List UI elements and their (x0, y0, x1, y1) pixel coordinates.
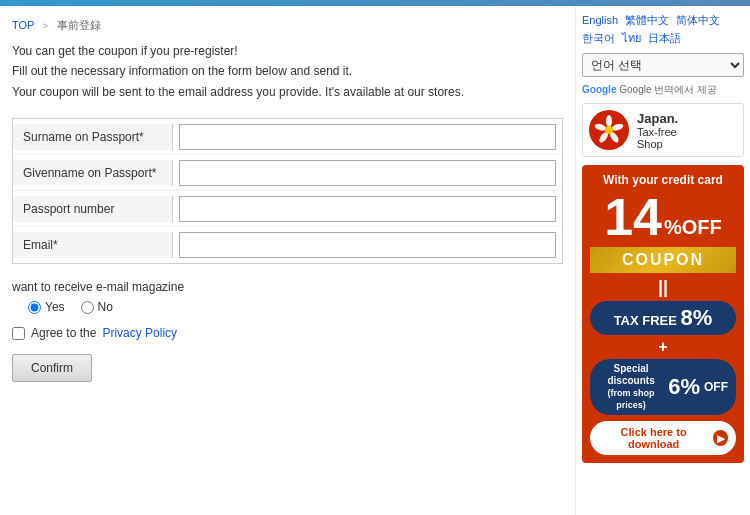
radio-no-label: No (98, 300, 113, 314)
lang-thai[interactable]: ไทย (622, 32, 641, 44)
radio-no[interactable] (81, 301, 94, 314)
radio-yes-option[interactable]: Yes (28, 300, 65, 314)
email-input-cell (173, 228, 562, 262)
passport-label: Passport number (13, 196, 173, 222)
description: You can get the coupon if you pre-regist… (12, 41, 563, 102)
privacy-policy-link[interactable]: Privacy Policy (102, 326, 177, 340)
coupon-ribbon: COUPON (590, 247, 736, 273)
percent-off: %OFF (664, 217, 722, 237)
lang-row1: English 繁體中文 简体中文 (582, 12, 744, 30)
privacy-row: Agree to the Privacy Policy (12, 326, 563, 340)
passport-input[interactable] (179, 196, 556, 222)
lang-simplified-chinese[interactable]: 简体中文 (676, 14, 720, 26)
radio-group: Yes No (28, 300, 563, 314)
japan-logo-text: Japan. Tax-free Shop (637, 111, 678, 150)
language-links: English 繁體中文 简体中文 한국어 ไทย 日本語 (582, 12, 744, 47)
special-off: OFF (704, 380, 728, 394)
tax-free-row: TAX FREE 8% (590, 301, 736, 335)
form-row-givenname: Givenname on Passport* (13, 155, 562, 191)
credit-card-banner: With your credit card 14 %OFF COUPON || … (582, 165, 744, 463)
google-text: Google (582, 84, 616, 95)
special-label: Special discounts(from shop prices) (598, 363, 664, 411)
lang-japanese[interactable]: 日本語 (648, 32, 681, 44)
click-download-label: Click here to download (598, 426, 709, 450)
passport-input-cell (173, 192, 562, 226)
tax-free-label: TAX FREE (614, 313, 677, 328)
lang-korean[interactable]: 한국어 (582, 32, 615, 44)
email-label: Email* (13, 232, 173, 258)
radio-no-option[interactable]: No (81, 300, 113, 314)
description-line1: You can get the coupon if you pre-regist… (12, 41, 563, 61)
description-line2: Fill out the necessary information on th… (12, 61, 563, 81)
double-bar: || (590, 277, 736, 298)
big-off-display: 14 %OFF (590, 191, 736, 243)
email-magazine-label: want to receive e-mail magazine (12, 280, 563, 294)
translate-provided-text: Google 번역에서 제공 (619, 84, 717, 95)
privacy-checkbox[interactable] (12, 327, 25, 340)
big-number: 14 (604, 191, 662, 243)
breadcrumb-top-link[interactable]: TOP (12, 19, 34, 31)
breadcrumb-separator: ＞ (40, 19, 51, 31)
givenname-input-cell (173, 156, 562, 190)
registration-form: Surname on Passport* Givenname on Passpo… (12, 118, 563, 264)
form-row-passport: Passport number (13, 191, 562, 227)
click-download-button[interactable]: Click here to download ▶ (590, 421, 736, 455)
special-pct: 6% (668, 374, 700, 400)
privacy-agree-text: Agree to the (31, 326, 96, 340)
surname-label: Surname on Passport* (13, 124, 173, 150)
email-input[interactable] (179, 232, 556, 258)
google-translate-label: Google Google 번역에서 제공 (582, 83, 744, 97)
special-row: Special discounts(from shop prices) 6% O… (590, 359, 736, 415)
main-layout: TOP ＞ 事前登録 You can get the coupon if you… (0, 6, 750, 515)
download-arrow-icon: ▶ (713, 430, 728, 446)
breadcrumb-current: 事前登録 (57, 19, 101, 31)
tax-free-pct: 8% (681, 305, 713, 330)
surname-input[interactable] (179, 124, 556, 150)
email-magazine-section: want to receive e-mail magazine Yes No (12, 280, 563, 314)
form-row-email: Email* (13, 227, 562, 263)
breadcrumb: TOP ＞ 事前登録 (12, 18, 563, 33)
coupon-label: COUPON (622, 251, 704, 268)
lang-english[interactable]: English (582, 14, 618, 26)
language-select[interactable]: 언어 선택 (583, 54, 743, 76)
givenname-label: Givenname on Passport* (13, 160, 173, 186)
givenname-input[interactable] (179, 160, 556, 186)
banner-title: With your credit card (590, 173, 736, 187)
language-select-wrapper[interactable]: 언어 선택 (582, 53, 744, 77)
svg-point-1 (606, 115, 612, 127)
description-line3: Your coupon will be sent to the email ad… (12, 82, 563, 102)
japan-logo-icon (589, 110, 629, 150)
content-area: TOP ＞ 事前登録 You can get the coupon if you… (0, 6, 575, 515)
plus-sign: + (590, 338, 736, 356)
radio-yes-label: Yes (45, 300, 65, 314)
confirm-button[interactable]: Confirm (12, 354, 92, 382)
form-row-surname: Surname on Passport* (13, 119, 562, 155)
svg-point-6 (605, 126, 613, 134)
surname-input-cell (173, 120, 562, 154)
lang-row2: 한국어 ไทย 日本語 (582, 30, 744, 48)
radio-yes[interactable] (28, 301, 41, 314)
sidebar: English 繁體中文 简体中文 한국어 ไทย 日本語 언어 선택 Goog… (575, 6, 750, 515)
lang-traditional-chinese[interactable]: 繁體中文 (625, 14, 669, 26)
japan-logo-box: Japan. Tax-free Shop (582, 103, 744, 157)
